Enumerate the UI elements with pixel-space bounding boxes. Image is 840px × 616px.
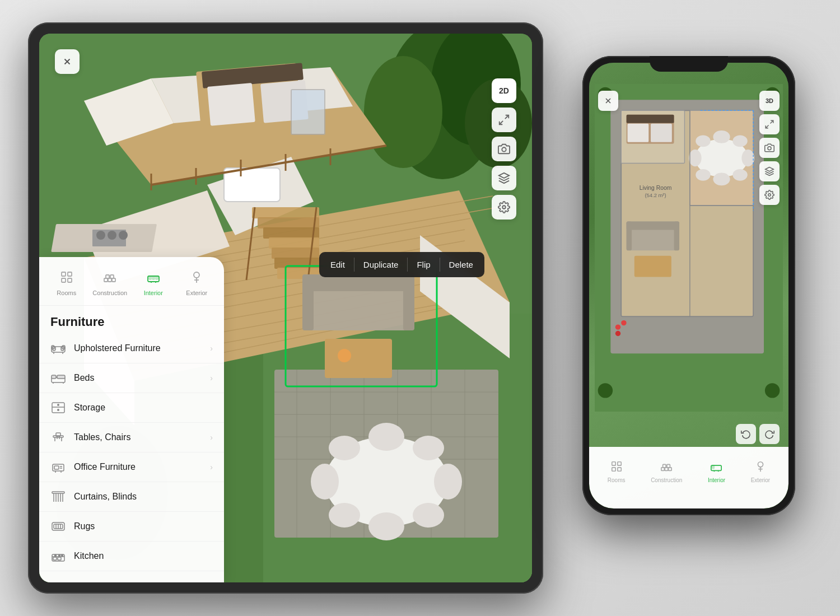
svg-point-180 — [765, 383, 780, 398]
furniture-item-rugs[interactable]: Rugs — [39, 512, 224, 542]
svg-rect-160 — [627, 221, 632, 250]
svg-point-149 — [55, 555, 57, 557]
tab-construction-label: Construction — [92, 290, 127, 296]
fullscreen-button[interactable] — [492, 108, 516, 132]
svg-rect-176 — [651, 124, 672, 142]
svg-rect-197 — [612, 467, 615, 470]
tab-interior[interactable]: Interior — [133, 266, 174, 301]
phone-notch — [650, 56, 728, 72]
phone-screen: Living Room (54.2 m²) — [589, 63, 788, 508]
phone-nav-rooms-icon — [610, 460, 623, 475]
svg-rect-59 — [403, 274, 414, 330]
phone-undo-button[interactable] — [736, 424, 756, 444]
svg-line-191 — [766, 125, 768, 128]
svg-point-208 — [758, 461, 763, 466]
svg-rect-148 — [58, 557, 61, 560]
svg-point-120 — [58, 404, 59, 405]
camera-button[interactable] — [492, 137, 516, 161]
svg-rect-49 — [263, 227, 319, 239]
edit-button[interactable]: Edit — [321, 256, 354, 273]
tab-interior-label: Interior — [144, 290, 163, 296]
phone-layers-button[interactable] — [759, 161, 780, 181]
svg-rect-91 — [68, 278, 72, 282]
duplicate-button[interactable]: Duplicate — [354, 256, 408, 273]
furniture-item-upholstered[interactable]: Upholstered Furniture › — [39, 334, 224, 363]
furniture-item-beds[interactable]: Beds › — [39, 363, 224, 393]
furniture-item-office[interactable]: Office Furniture › — [39, 452, 224, 482]
svg-rect-48 — [258, 217, 319, 228]
svg-rect-79 — [291, 90, 325, 134]
furniture-item-tables[interactable]: Tables, Chairs › — [39, 423, 224, 452]
rooms-icon — [60, 270, 73, 287]
phone-redo-button[interactable] — [759, 424, 780, 444]
svg-point-44 — [119, 231, 128, 240]
tablet-close-button[interactable] — [55, 49, 80, 74]
svg-rect-205 — [712, 465, 715, 469]
curtains-icon — [50, 489, 66, 505]
furniture-item-storage[interactable]: Storage — [39, 393, 224, 423]
svg-rect-147 — [53, 557, 57, 560]
phone-nav-construction-icon — [660, 460, 673, 475]
svg-rect-98 — [149, 276, 151, 279]
svg-rect-37 — [207, 83, 255, 126]
svg-point-87 — [502, 206, 506, 209]
svg-rect-99 — [152, 276, 155, 279]
house-3d-render: Edit Duplicate Flip Delete — [39, 34, 532, 582]
phone-nav-construction[interactable]: Construction — [651, 460, 682, 483]
furniture-item-curtains[interactable]: Curtains, Blinds — [39, 482, 224, 512]
tab-rooms[interactable]: Rooms — [46, 266, 87, 301]
tab-construction[interactable]: Construction — [90, 266, 131, 301]
svg-line-190 — [771, 120, 773, 123]
svg-point-150 — [59, 555, 60, 557]
svg-point-121 — [58, 409, 59, 410]
kitchen-icon — [50, 548, 66, 564]
svg-rect-58 — [302, 274, 314, 330]
svg-point-66 — [434, 464, 462, 500]
svg-rect-131 — [54, 466, 59, 469]
phone-nav-rooms[interactable]: Rooms — [608, 460, 626, 483]
furniture-section-title: Furniture — [39, 306, 224, 334]
view-mode-button[interactable]: 2D — [492, 78, 516, 103]
phone-nav-interior[interactable]: Interior — [708, 460, 725, 483]
phone-fullscreen-button[interactable] — [759, 114, 780, 134]
furniture-item-rugs-label: Rugs — [74, 521, 213, 531]
construction-icon — [103, 270, 116, 287]
svg-point-61 — [338, 349, 351, 362]
furniture-item-kitchen[interactable]: Kitchen — [39, 542, 224, 571]
svg-point-168 — [696, 136, 710, 147]
flip-button[interactable]: Flip — [408, 256, 439, 273]
interior-icon — [147, 270, 160, 287]
phone-close-button[interactable] — [598, 91, 618, 111]
chevron-icon-3: › — [210, 433, 213, 442]
svg-rect-159 — [627, 221, 679, 230]
svg-point-165 — [713, 173, 730, 186]
phone-nav-exterior-label: Exterior — [751, 477, 770, 483]
tablet-toolbar: 2D — [492, 78, 516, 220]
svg-point-181 — [615, 324, 620, 329]
delete-button[interactable]: Delete — [440, 256, 482, 273]
phone-camera-button[interactable] — [759, 138, 780, 158]
svg-point-183 — [615, 331, 620, 336]
tab-exterior[interactable]: Exterior — [176, 266, 218, 301]
svg-rect-134 — [52, 492, 64, 493]
office-icon — [50, 459, 66, 475]
layers-button[interactable] — [492, 166, 516, 190]
phone-nav-exterior[interactable]: Exterior — [751, 460, 770, 483]
phone-nav-interior-icon — [710, 460, 722, 475]
svg-point-67 — [329, 436, 360, 460]
category-tabs: Rooms — [39, 257, 224, 306]
phone-view-mode-button[interactable]: 3D — [759, 91, 780, 111]
svg-point-68 — [413, 436, 444, 460]
svg-rect-202 — [663, 464, 666, 468]
phone-settings-button[interactable] — [759, 185, 780, 205]
svg-point-65 — [311, 464, 339, 500]
exterior-icon — [190, 270, 203, 287]
svg-rect-174 — [627, 115, 674, 123]
chevron-icon-1: › — [210, 374, 213, 382]
svg-point-64 — [368, 512, 404, 540]
tablet-device: Edit Duplicate Flip Delete — [28, 22, 543, 594]
svg-point-166 — [689, 150, 702, 166]
svg-point-192 — [768, 147, 771, 150]
settings-button[interactable] — [492, 195, 516, 220]
beds-icon — [50, 370, 66, 386]
